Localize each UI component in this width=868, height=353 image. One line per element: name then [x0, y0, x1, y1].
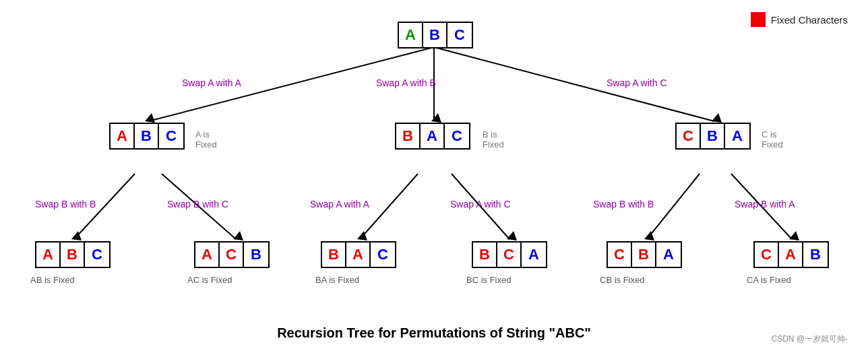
- l1r-char-a: A: [725, 124, 749, 148]
- svg-line-2: [434, 47, 714, 121]
- fixed-label-right: C isFixed: [762, 129, 783, 150]
- l1m-char-a: A: [421, 124, 445, 148]
- swap-a-c: Swap A with C: [607, 77, 667, 88]
- mr-char-c: C: [497, 243, 522, 267]
- svg-marker-16: [644, 231, 654, 240]
- ml-char-b: B: [322, 243, 346, 267]
- level1-left-node: A B C: [109, 123, 185, 150]
- level1-mid-node: B A C: [395, 123, 470, 150]
- mr-char-a: A: [522, 243, 546, 267]
- swap-a-c-mid: Swap A with C: [450, 199, 511, 210]
- l1m-char-c: C: [445, 124, 469, 148]
- legend-icon: [751, 12, 766, 27]
- l1r-char-b: B: [701, 124, 725, 148]
- lr-char-a: A: [195, 243, 220, 267]
- swap-b-b-right: Swap B with B: [593, 199, 654, 210]
- level2-mr-node: B C A: [472, 241, 547, 268]
- legend: Fixed Characters: [751, 12, 848, 27]
- swap-a-b: Swap A with B: [376, 77, 436, 88]
- level2-rr-node: C A B: [753, 241, 829, 268]
- tree-lines: [0, 0, 868, 353]
- rl-char-a: A: [656, 243, 681, 267]
- main-container: Fixed Characters A B C Swap A with A Swa…: [0, 0, 868, 353]
- swap-b-b: Swap B with B: [35, 199, 96, 210]
- fixed-label-left: A isFixed: [195, 129, 217, 150]
- root-char-a: A: [399, 23, 423, 47]
- bottom-label-lr: AC is Fixed: [187, 275, 232, 285]
- ll-char-c: C: [85, 243, 109, 267]
- svg-marker-13: [233, 231, 243, 240]
- lr-char-c: C: [220, 243, 244, 267]
- bottom-label-rl: CB is Fixed: [600, 275, 644, 285]
- l1l-char-c: C: [159, 124, 183, 148]
- level2-ml-node: B A C: [321, 241, 396, 268]
- fixed-label-mid: B isFixed: [483, 129, 504, 150]
- svg-marker-10: [431, 113, 441, 123]
- root-node: A B C: [398, 22, 473, 49]
- bottom-label-rr: CA is Fixed: [747, 275, 791, 285]
- ml-char-c: C: [371, 243, 395, 267]
- ll-char-b: B: [61, 243, 85, 267]
- level2-lr-node: A C B: [194, 241, 270, 268]
- root-char-c: C: [447, 23, 472, 47]
- l1l-char-a: A: [111, 124, 135, 148]
- ml-char-a: A: [346, 243, 371, 267]
- svg-marker-12: [71, 231, 82, 240]
- svg-marker-15: [507, 231, 517, 240]
- swap-b-c: Swap B with C: [167, 199, 228, 210]
- bottom-label-ll: AB is Fixed: [30, 275, 75, 285]
- rr-char-b: B: [803, 243, 828, 267]
- rl-char-c: C: [608, 243, 632, 267]
- level2-ll-node: A B C: [35, 241, 111, 268]
- bottom-label-ml: BA is Fixed: [315, 275, 359, 285]
- l1r-char-c: C: [677, 124, 701, 148]
- svg-line-7: [647, 174, 700, 239]
- mr-char-b: B: [473, 243, 497, 267]
- swap-a-a-mid: Swap A with A: [310, 199, 369, 210]
- watermark: CSDN @一岁就可帅-: [771, 333, 848, 345]
- page-title: Recursion Tree for Permutations of Strin…: [277, 325, 591, 341]
- l1m-char-b: B: [396, 124, 421, 148]
- legend-label: Fixed Characters: [771, 14, 848, 26]
- lr-char-b: B: [244, 243, 268, 267]
- bottom-label-mr: BC is Fixed: [466, 275, 511, 285]
- l1l-char-b: B: [135, 124, 159, 148]
- rr-char-c: C: [755, 243, 779, 267]
- rl-char-b: B: [632, 243, 656, 267]
- level2-rl-node: C B A: [607, 241, 682, 268]
- root-char-b: B: [423, 23, 447, 47]
- swap-b-a-right: Swap B with A: [735, 199, 795, 210]
- swap-a-a: Swap A with A: [182, 77, 241, 88]
- svg-marker-17: [789, 231, 799, 240]
- ll-char-a: A: [36, 243, 61, 267]
- rr-char-a: A: [779, 243, 803, 267]
- svg-marker-11: [712, 113, 722, 123]
- level1-right-node: C B A: [675, 123, 751, 150]
- svg-marker-14: [357, 231, 367, 240]
- svg-marker-9: [145, 113, 155, 123]
